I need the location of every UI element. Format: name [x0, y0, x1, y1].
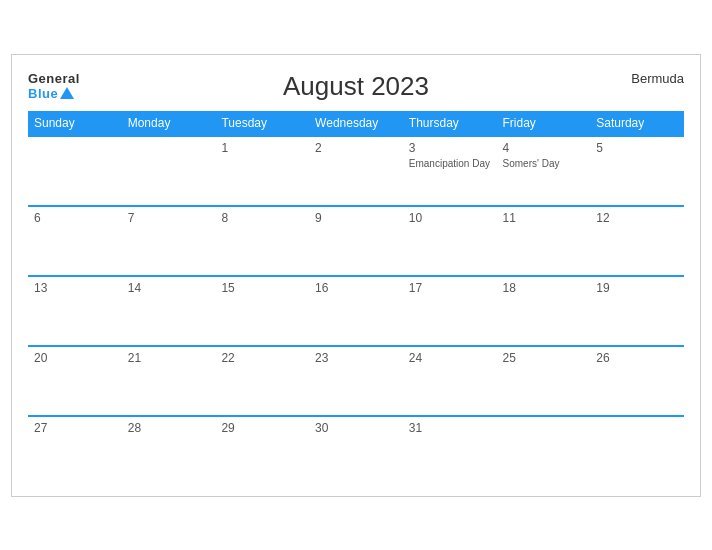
day-number: 21 [128, 351, 210, 365]
calendar-cell: 12 [590, 206, 684, 276]
day-number: 20 [34, 351, 116, 365]
calendar-cell [497, 416, 591, 486]
calendar-cell: 5 [590, 136, 684, 206]
day-number: 3 [409, 141, 491, 155]
day-number: 5 [596, 141, 678, 155]
day-number: 6 [34, 211, 116, 225]
calendar-cell: 1 [215, 136, 309, 206]
day-number: 27 [34, 421, 116, 435]
weekday-header-monday: Monday [122, 111, 216, 136]
calendar-title: August 2023 [283, 71, 429, 102]
weekday-header-wednesday: Wednesday [309, 111, 403, 136]
calendar-cell: 17 [403, 276, 497, 346]
calendar-cell: 16 [309, 276, 403, 346]
logo-triangle-icon [60, 87, 74, 99]
day-number: 1 [221, 141, 303, 155]
calendar-cell: 28 [122, 416, 216, 486]
day-number: 15 [221, 281, 303, 295]
calendar-header: General Blue August 2023 Bermuda [28, 71, 684, 101]
week-row-2: 13141516171819 [28, 276, 684, 346]
calendar-cell: 27 [28, 416, 122, 486]
day-number: 25 [503, 351, 585, 365]
day-number: 7 [128, 211, 210, 225]
calendar-cell: 8 [215, 206, 309, 276]
calendar-cell [122, 136, 216, 206]
week-row-1: 6789101112 [28, 206, 684, 276]
day-number: 17 [409, 281, 491, 295]
calendar-container: General Blue August 2023 Bermuda SundayM… [11, 54, 701, 497]
calendar-cell: 29 [215, 416, 309, 486]
calendar-cell: 15 [215, 276, 309, 346]
calendar-cell [590, 416, 684, 486]
holiday-name: Somers' Day [503, 157, 585, 170]
day-number: 12 [596, 211, 678, 225]
calendar-cell: 13 [28, 276, 122, 346]
day-number: 28 [128, 421, 210, 435]
day-number: 30 [315, 421, 397, 435]
calendar-cell: 18 [497, 276, 591, 346]
logo: General Blue [28, 71, 80, 101]
logo-blue-text: Blue [28, 86, 58, 101]
calendar-cell: 14 [122, 276, 216, 346]
day-number: 26 [596, 351, 678, 365]
day-number: 9 [315, 211, 397, 225]
calendar-cell: 11 [497, 206, 591, 276]
day-number: 4 [503, 141, 585, 155]
day-number: 31 [409, 421, 491, 435]
calendar-cell: 24 [403, 346, 497, 416]
day-number: 10 [409, 211, 491, 225]
day-number: 19 [596, 281, 678, 295]
week-row-4: 2728293031 [28, 416, 684, 486]
day-number: 14 [128, 281, 210, 295]
calendar-cell: 20 [28, 346, 122, 416]
weekday-header-row: SundayMondayTuesdayWednesdayThursdayFrid… [28, 111, 684, 136]
calendar-cell: 23 [309, 346, 403, 416]
day-number: 16 [315, 281, 397, 295]
day-number: 29 [221, 421, 303, 435]
day-number: 22 [221, 351, 303, 365]
week-row-3: 20212223242526 [28, 346, 684, 416]
week-row-0: 123Emancipation Day4Somers' Day5 [28, 136, 684, 206]
weekday-header-saturday: Saturday [590, 111, 684, 136]
weekday-header-tuesday: Tuesday [215, 111, 309, 136]
day-number: 24 [409, 351, 491, 365]
day-number: 23 [315, 351, 397, 365]
day-number: 8 [221, 211, 303, 225]
weekday-header-sunday: Sunday [28, 111, 122, 136]
weekday-header-friday: Friday [497, 111, 591, 136]
calendar-cell: 21 [122, 346, 216, 416]
calendar-thead: SundayMondayTuesdayWednesdayThursdayFrid… [28, 111, 684, 136]
calendar-cell: 7 [122, 206, 216, 276]
calendar-cell: 26 [590, 346, 684, 416]
calendar-cell: 9 [309, 206, 403, 276]
calendar-tbody: 123Emancipation Day4Somers' Day567891011… [28, 136, 684, 486]
calendar-cell: 4Somers' Day [497, 136, 591, 206]
calendar-cell: 3Emancipation Day [403, 136, 497, 206]
calendar-cell: 22 [215, 346, 309, 416]
calendar-cell: 2 [309, 136, 403, 206]
day-number: 11 [503, 211, 585, 225]
calendar-cell: 6 [28, 206, 122, 276]
calendar-cell: 19 [590, 276, 684, 346]
calendar-cell: 10 [403, 206, 497, 276]
calendar-cell: 31 [403, 416, 497, 486]
calendar-cell: 25 [497, 346, 591, 416]
calendar-cell: 30 [309, 416, 403, 486]
holiday-name: Emancipation Day [409, 157, 491, 170]
day-number: 2 [315, 141, 397, 155]
weekday-header-thursday: Thursday [403, 111, 497, 136]
logo-general-text: General [28, 71, 80, 86]
day-number: 13 [34, 281, 116, 295]
calendar-region: Bermuda [631, 71, 684, 86]
calendar-table: SundayMondayTuesdayWednesdayThursdayFrid… [28, 111, 684, 486]
day-number: 18 [503, 281, 585, 295]
calendar-cell [28, 136, 122, 206]
